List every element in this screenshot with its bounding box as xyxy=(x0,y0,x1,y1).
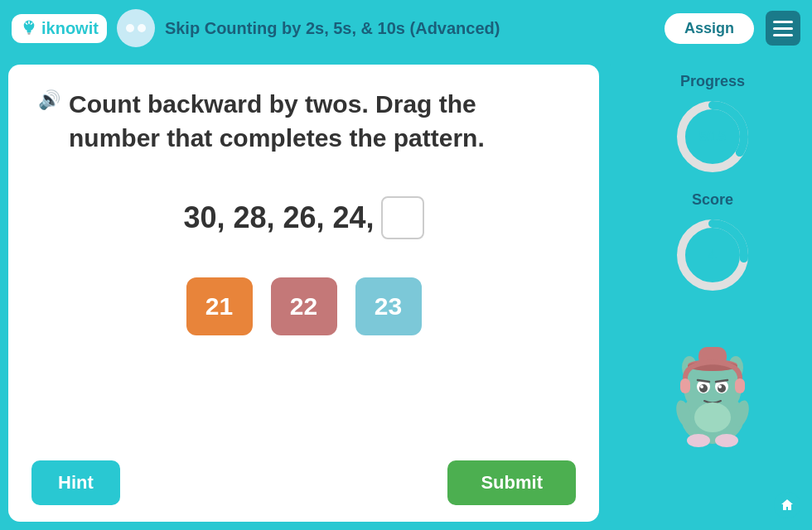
menu-button[interactable] xyxy=(766,11,800,46)
svg-point-29 xyxy=(715,434,738,447)
sound-icon[interactable]: 🔊 xyxy=(38,89,60,111)
progress-donut: 5/15 xyxy=(671,95,754,178)
panel-divider xyxy=(609,65,611,522)
question-header: 🔊 Count backward by twos. Drag the numbe… xyxy=(38,88,569,155)
hamburger-icon xyxy=(773,34,793,36)
avatar-dot xyxy=(126,24,134,32)
svg-point-21 xyxy=(700,385,703,388)
svg-point-27 xyxy=(694,402,731,432)
logo: iknowit xyxy=(12,14,107,43)
main-container: 🔊 Count backward by twos. Drag the numbe… xyxy=(0,56,812,530)
logo-text: iknowit xyxy=(41,19,99,38)
drop-target[interactable] xyxy=(381,196,424,239)
svg-point-19 xyxy=(699,384,708,393)
avatar-decoration xyxy=(126,24,146,32)
score-section: Score 4 xyxy=(671,191,754,296)
svg-point-20 xyxy=(718,384,726,393)
svg-point-28 xyxy=(687,434,710,447)
home-button[interactable] xyxy=(774,492,800,518)
choice-21[interactable]: 21 xyxy=(186,277,253,335)
question-text: Count backward by twos. Drag the number … xyxy=(69,88,569,155)
avatar-dot xyxy=(138,24,146,32)
mascot-svg xyxy=(650,322,775,450)
sidebar: Progress 5/15 Score 4 xyxy=(621,65,804,522)
svg-rect-26 xyxy=(735,378,745,393)
svg-point-22 xyxy=(718,385,722,388)
svg-rect-25 xyxy=(680,378,690,393)
logo-icon xyxy=(20,19,38,37)
lesson-title: Skip Counting by 2s, 5s, & 10s (Advanced… xyxy=(165,19,653,38)
score-label: Score xyxy=(692,191,733,209)
home-icon xyxy=(780,498,795,513)
progress-label: Progress xyxy=(680,73,745,90)
question-panel: 🔊 Count backward by twos. Drag the numbe… xyxy=(8,65,599,522)
progress-section: Progress 5/15 xyxy=(671,73,754,178)
hamburger-icon xyxy=(773,27,793,30)
avatar xyxy=(117,9,155,47)
score-value: 4 xyxy=(708,247,716,263)
pattern-text: 30, 28, 26, 24, xyxy=(183,200,374,235)
mascot xyxy=(646,318,779,450)
header: iknowit Skip Counting by 2s, 5s, & 10s (… xyxy=(0,0,812,56)
bottom-bar: Hint Submit xyxy=(31,460,576,505)
submit-button[interactable]: Submit xyxy=(447,460,576,505)
assign-button[interactable]: Assign xyxy=(663,12,756,46)
choice-22[interactable]: 22 xyxy=(271,277,337,335)
hamburger-icon xyxy=(773,21,793,23)
svg-rect-2 xyxy=(27,33,30,35)
svg-rect-1 xyxy=(27,30,31,32)
score-donut: 4 xyxy=(671,214,754,296)
progress-value: 5/15 xyxy=(698,128,726,145)
choice-23[interactable]: 23 xyxy=(355,277,422,335)
pattern-display: 30, 28, 26, 24, xyxy=(38,196,569,239)
choices-row: 21 22 23 xyxy=(38,277,569,335)
hint-button[interactable]: Hint xyxy=(31,460,120,505)
